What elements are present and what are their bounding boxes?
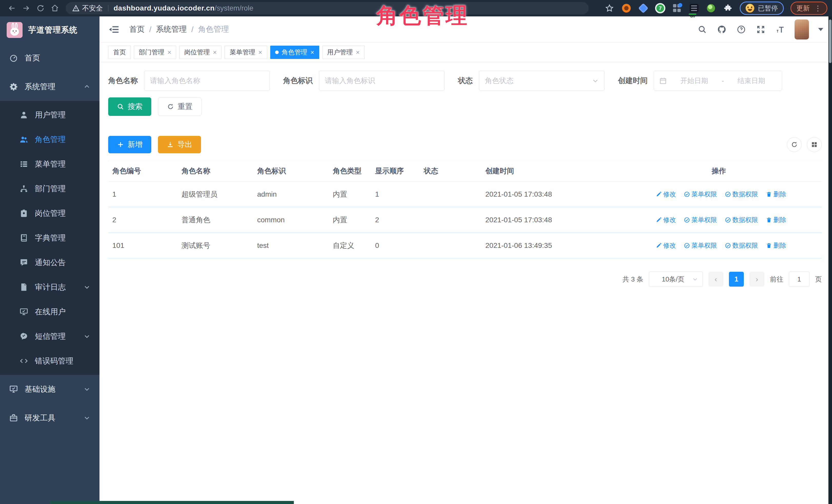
refresh-table-button[interactable] — [787, 137, 802, 152]
sidebar-item-sms[interactable]: 短信管理 — [0, 324, 100, 349]
menu-permission-link[interactable]: 菜单权限 — [684, 216, 717, 224]
date-range-picker[interactable]: 开始日期 - 结束日期 — [654, 71, 782, 91]
scrollbar-thumb[interactable] — [829, 20, 831, 63]
edit-link[interactable]: 修改 — [656, 216, 676, 224]
delete-link[interactable]: 删除 — [766, 241, 786, 250]
search-button[interactable]: 搜索 — [108, 98, 151, 116]
update-chip[interactable]: 更新 ⋮ — [790, 2, 827, 15]
back-icon[interactable] — [5, 2, 19, 15]
forward-icon[interactable] — [19, 2, 33, 15]
github-icon[interactable] — [717, 24, 727, 35]
tab-close-icon[interactable]: × — [356, 49, 360, 56]
sidebar-fold-icon[interactable] — [108, 24, 120, 35]
tab-close-icon[interactable]: × — [167, 49, 171, 56]
app-logo-row[interactable]: 芋道管理系统 — [0, 17, 100, 44]
data-permission-link[interactable]: 数据权限 — [725, 190, 758, 198]
sms-icon — [20, 332, 28, 341]
edit-link[interactable]: 修改 — [656, 241, 676, 250]
extension-sprout-icon[interactable] — [706, 3, 716, 13]
sidebar-item-online-users[interactable]: 在线用户 — [0, 299, 100, 324]
home-icon[interactable] — [48, 2, 62, 15]
bookmark-star-icon[interactable] — [604, 3, 615, 13]
menu-permission-link[interactable]: 菜单权限 — [684, 241, 717, 250]
extensions-puzzle-icon[interactable] — [723, 3, 733, 13]
tab-menu[interactable]: 菜单管理 × — [225, 46, 267, 59]
page-size-select[interactable]: 10条/页 — [649, 271, 703, 287]
help-icon[interactable] — [736, 24, 746, 35]
extension-gem-icon[interactable] — [638, 3, 648, 13]
tab-close-icon[interactable]: × — [213, 49, 217, 56]
edit-link[interactable]: 修改 — [656, 190, 676, 198]
next-page-button[interactable]: › — [749, 272, 764, 287]
gear-icon — [9, 82, 18, 91]
role-name-input[interactable] — [144, 71, 270, 91]
extension-orange-icon[interactable] — [621, 3, 631, 13]
sidebar-item-label: 用户管理 — [35, 110, 66, 120]
add-button[interactable]: 新增 — [108, 136, 151, 153]
goto-page-input[interactable] — [789, 271, 809, 287]
monitor-icon — [9, 385, 18, 394]
tab-home[interactable]: 首页 — [108, 46, 131, 59]
breadcrumb-home[interactable]: 首页 — [129, 24, 145, 35]
avatar-caret-icon[interactable] — [818, 28, 823, 31]
fullscreen-icon[interactable] — [756, 24, 766, 35]
sidebar-item-audit-log[interactable]: 审计日志 — [0, 275, 100, 299]
data-permission-link[interactable]: 数据权限 — [725, 241, 758, 250]
chrome-menu-dots-icon[interactable]: ⋮ — [814, 4, 822, 12]
reload-icon[interactable] — [33, 2, 48, 15]
sidebar-item-infrastructure[interactable]: 基础设施 — [0, 375, 100, 403]
tab-post[interactable]: 岗位管理 × — [179, 46, 222, 59]
tab-close-icon[interactable]: × — [258, 49, 262, 56]
sidebar-item-system[interactable]: 系统管理 — [0, 72, 100, 101]
status-select[interactable]: 角色状态 — [479, 71, 604, 91]
sidebar-item-depts[interactable]: 部门管理 — [0, 176, 100, 201]
current-page-button[interactable]: 1 — [729, 272, 744, 287]
sidebar-item-users[interactable]: 用户管理 — [0, 103, 100, 127]
sidebar-item-dict[interactable]: 字典管理 — [0, 226, 100, 250]
role-key-input[interactable] — [319, 71, 445, 91]
browser-scrollbar[interactable] — [828, 17, 832, 504]
tab-dept[interactable]: 部门管理 × — [134, 46, 176, 59]
sidebar-item-roles[interactable]: 角色管理 — [0, 127, 100, 152]
reset-button[interactable]: 重置 — [158, 98, 202, 116]
delete-link[interactable]: 删除 — [766, 216, 786, 224]
not-secure-warning[interactable]: 不安全 — [72, 4, 103, 13]
delete-link[interactable]: 删除 — [766, 190, 786, 198]
search-icon[interactable] — [697, 24, 707, 35]
url-path: /system/role — [215, 4, 253, 12]
export-button[interactable]: 导出 — [158, 136, 201, 153]
add-button-label: 新增 — [128, 139, 142, 150]
tab-label: 岗位管理 — [184, 48, 210, 56]
profile-paused-chip[interactable]: 已暂停 — [740, 2, 784, 15]
circle-check-icon — [684, 191, 690, 197]
column-settings-button[interactable] — [807, 137, 822, 152]
pagination: 共 3 条 10条/页 ‹ 1 › 前往 页 — [108, 271, 822, 287]
url-host: dashboard.yudao.iocoder.cn — [113, 4, 215, 12]
sidebar-item-notice[interactable]: 通知公告 — [0, 250, 100, 275]
sidebar-item-menus[interactable]: 菜单管理 — [0, 152, 100, 176]
sidebar-item-error-codes[interactable]: 错误码管理 — [0, 349, 100, 373]
table-row: 1 超级管理员 admin 内置 1 2021-01-05 17:03:48 修… — [108, 182, 822, 207]
data-permission-link[interactable]: 数据权限 — [725, 216, 758, 224]
data-permission-label: 数据权限 — [732, 190, 758, 198]
sidebar-item-dev-tools[interactable]: 研发工具 — [0, 403, 100, 432]
extension-grid-icon[interactable] — [672, 3, 682, 13]
breadcrumb-system[interactable]: 系统管理 — [156, 24, 187, 35]
extension-dark-on-icon[interactable]: on — [689, 3, 699, 13]
row-actions: 修改 菜单权限 数据权限 删除 — [616, 216, 822, 224]
extension-green-icon[interactable]: 7 — [655, 3, 665, 13]
col-header-name: 角色名称 — [177, 166, 253, 176]
sidebar-item-home[interactable]: 首页 — [0, 44, 100, 72]
menu-permission-link[interactable]: 菜单权限 — [684, 190, 717, 198]
tab-user[interactable]: 用户管理 × — [322, 46, 365, 59]
sidebar-item-posts[interactable]: 岗位管理 — [0, 201, 100, 226]
font-size-icon[interactable] — [775, 24, 785, 35]
cell-type: 内置 — [329, 215, 371, 225]
menu-permission-label: 菜单权限 — [692, 216, 717, 224]
address-bar[interactable]: 不安全 dashboard.yudao.iocoder.cn/system/ro… — [66, 2, 589, 15]
tab-role[interactable]: 角色管理 × — [270, 46, 319, 59]
user-avatar[interactable] — [795, 20, 809, 39]
prev-page-button[interactable]: ‹ — [708, 272, 723, 287]
tab-close-icon[interactable]: × — [311, 49, 314, 56]
table-row: 2 普通角色 common 内置 2 2021-01-05 17:03:48 修… — [108, 207, 822, 233]
